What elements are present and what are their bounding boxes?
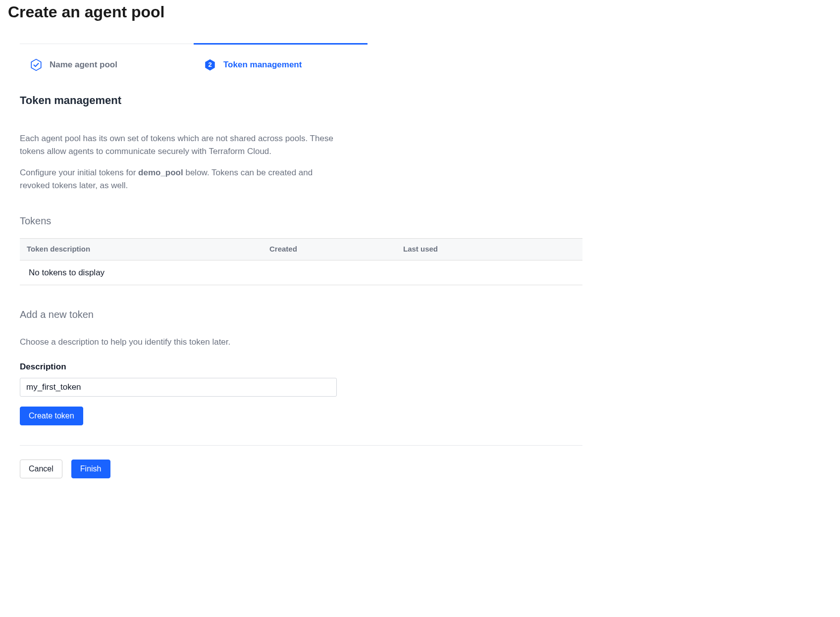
cancel-button[interactable]: Cancel <box>20 460 62 478</box>
description-label: Description <box>20 360 582 373</box>
tokens-heading: Tokens <box>20 213 582 228</box>
svg-text:2: 2 <box>208 61 211 68</box>
checkmark-hexagon-icon <box>30 58 43 71</box>
pool-name: demo_pool <box>138 168 183 177</box>
tokens-table: Token description Created Last used No t… <box>20 238 582 285</box>
footer-actions: Cancel Finish <box>20 460 582 478</box>
finish-button[interactable]: Finish <box>71 460 110 478</box>
column-header-created: Created <box>269 244 403 255</box>
step-number-hexagon-icon: 2 <box>204 58 216 71</box>
step-name-agent-pool[interactable]: Name agent pool <box>20 43 194 85</box>
step-label: Name agent pool <box>50 58 117 71</box>
step-token-management[interactable]: 2 Token management <box>194 43 368 85</box>
add-token-heading: Add a new token <box>20 307 582 322</box>
tokens-table-header: Token description Created Last used <box>20 239 582 260</box>
create-token-button[interactable]: Create token <box>20 407 83 425</box>
tokens-empty-message: No tokens to display <box>20 260 582 286</box>
section-description-2: Configure your initial tokens for demo_p… <box>20 166 337 192</box>
section-description-1: Each agent pool has its own set of token… <box>20 132 337 157</box>
description-input[interactable] <box>20 378 337 397</box>
step-label: Token management <box>223 58 302 71</box>
column-header-last-used: Last used <box>403 244 576 255</box>
stepper: Name agent pool 2 Token management <box>20 44 368 85</box>
section-heading: Token management <box>20 92 582 108</box>
column-header-description: Token description <box>27 244 269 255</box>
add-token-help: Choose a description to help you identif… <box>20 336 582 349</box>
page-title: Create an agent pool <box>8 0 832 44</box>
desc2-prefix: Configure your initial tokens for <box>20 168 138 177</box>
divider <box>20 445 582 446</box>
